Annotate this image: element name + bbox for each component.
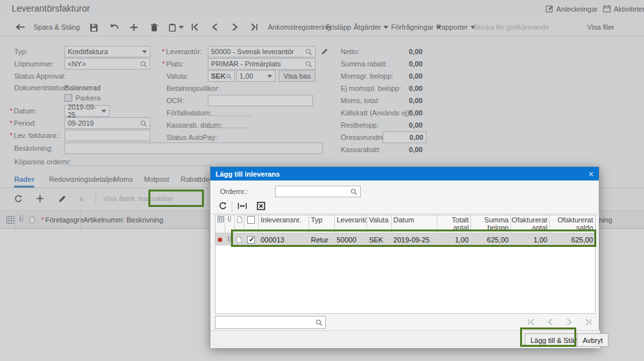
select-all-checkbox[interactable] <box>247 216 255 224</box>
page-last-icon[interactable] <box>585 318 592 326</box>
dialog-grid-toolbar <box>210 199 600 214</box>
grid-settings-icon[interactable] <box>217 216 224 222</box>
annotation-box-add-and-close-button <box>520 327 576 347</box>
paperclip-icon <box>227 216 232 223</box>
file-icon <box>237 216 243 223</box>
grid-empty-area <box>216 246 595 313</box>
order-nbr-input[interactable] <box>275 186 361 197</box>
add-receipt-dialog: Lägg till inleverans × Ordernr.: Inlever… <box>210 166 599 347</box>
grid-search-field[interactable] <box>218 318 316 326</box>
dialog-title: Lägg till inleverans <box>216 170 589 178</box>
app-window: Leverantörsfakturor Anteckningar Aktivit… <box>0 0 644 361</box>
annotation-box-add-receipt-button <box>148 190 204 207</box>
cancel-button[interactable]: Avbryt <box>577 333 609 347</box>
order-nbr-label: Ordernr.: <box>220 188 248 195</box>
page-prev-icon[interactable] <box>547 318 553 326</box>
close-icon[interactable]: × <box>589 169 594 179</box>
dialog-title-bar[interactable]: Lägg till inleverans × <box>210 167 599 180</box>
page-first-icon[interactable] <box>528 318 535 326</box>
export-excel-icon[interactable] <box>257 202 265 210</box>
refresh-icon[interactable] <box>219 202 227 210</box>
grid-search-input[interactable] <box>215 316 326 329</box>
fit-width-icon[interactable] <box>237 202 247 210</box>
search-icon[interactable] <box>350 188 357 195</box>
annotation-box-receipt-row <box>231 229 596 247</box>
order-nbr-field[interactable] <box>278 188 350 195</box>
search-icon[interactable] <box>316 319 323 326</box>
page-next-icon[interactable] <box>567 318 572 326</box>
status-dot-icon <box>217 237 223 242</box>
toolbar-divider <box>232 202 232 212</box>
